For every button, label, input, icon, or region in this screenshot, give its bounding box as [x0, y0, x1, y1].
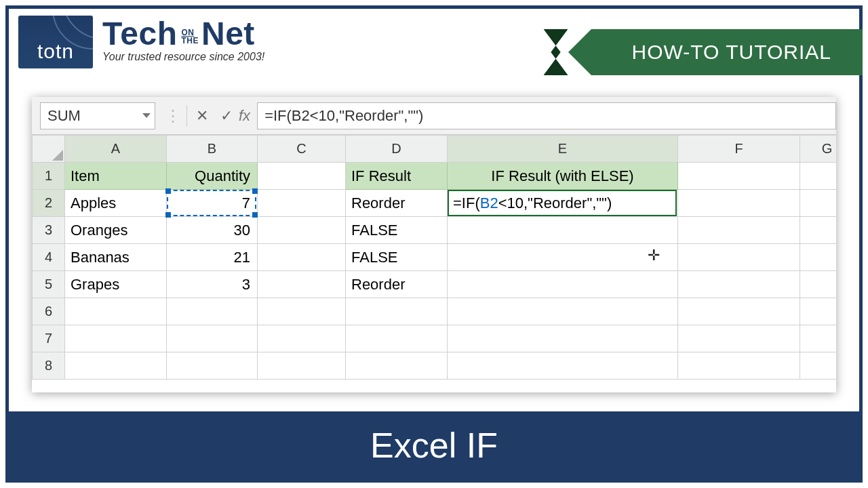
cell-F3[interactable] [678, 217, 800, 244]
cell-E1[interactable]: IF Result (with ELSE) [448, 163, 678, 190]
col-header-A[interactable]: A [65, 136, 167, 163]
formula-input[interactable]: =IF(B2<10,"Reorder","") [257, 102, 836, 129]
cell-D5[interactable]: Reorder [346, 271, 448, 298]
spreadsheet-grid[interactable]: A B C D E F G 1 Item Quantity [32, 135, 836, 392]
cell-A5[interactable]: Grapes [65, 271, 167, 298]
logo-abbr: totn [37, 40, 74, 63]
brand-block: Tech ON THE Net Your trusted resource si… [102, 18, 264, 63]
accept-icon[interactable]: ✓ [214, 107, 239, 125]
cell-D4[interactable]: FALSE [346, 244, 448, 271]
row-header-2[interactable]: 2 [33, 190, 65, 217]
formula-text: =IF(B2<10,"Reorder","") [264, 107, 423, 125]
separator-dots-icon: ⋮ [162, 106, 184, 125]
cell-E4[interactable] [448, 244, 678, 271]
col-header-B[interactable]: B [167, 136, 258, 163]
name-box[interactable]: SUM [40, 102, 155, 129]
row-header-7[interactable]: 7 [33, 325, 65, 352]
cell-G5[interactable] [800, 271, 837, 298]
cell-C4[interactable] [258, 244, 346, 271]
row-header-5[interactable]: 5 [33, 271, 65, 298]
cell-E2[interactable]: =IF(B2<10,"Reorder","") [448, 190, 678, 217]
footer-title: Excel IF [370, 425, 498, 466]
brand-tagline: Your trusted resource since 2003! [102, 51, 264, 63]
cell-B5[interactable]: 3 [167, 271, 258, 298]
cell-A3[interactable]: Oranges [65, 217, 167, 244]
cell-B4[interactable]: 21 [167, 244, 258, 271]
row-header-3[interactable]: 3 [33, 217, 65, 244]
cell-B1[interactable]: Quantity [167, 163, 258, 190]
cell-C5[interactable] [258, 271, 346, 298]
cell-A1[interactable]: Item [65, 163, 167, 190]
excel-window: SUM ⋮ ✕ ✓ fx =IF(B2<10,"Reorder","") [32, 97, 836, 392]
row-header-1[interactable]: 1 [33, 163, 65, 190]
cell-A4[interactable]: Bananas [65, 244, 167, 271]
cell-E3[interactable] [448, 217, 678, 244]
cell-D3[interactable]: FALSE [346, 217, 448, 244]
formula-bar: SUM ⋮ ✕ ✓ fx =IF(B2<10,"Reorder","") [32, 97, 836, 135]
col-header-G[interactable]: G [800, 136, 837, 163]
cell-G1[interactable] [800, 163, 837, 190]
cell-F2[interactable] [678, 190, 800, 217]
page-frame: totn Tech ON THE Net Your trusted resour… [5, 5, 863, 483]
col-header-C[interactable]: C [258, 136, 346, 163]
cell-G2[interactable] [800, 190, 837, 217]
footer-bar: Excel IF [9, 411, 859, 479]
chevron-down-icon[interactable] [142, 113, 151, 118]
select-all-corner[interactable] [33, 136, 65, 163]
cancel-icon[interactable]: ✕ [190, 107, 214, 125]
col-header-F[interactable]: F [678, 136, 800, 163]
cell-C1[interactable] [258, 163, 346, 190]
cell-B3[interactable]: 30 [167, 217, 258, 244]
cell-F4[interactable] [678, 244, 800, 271]
col-header-D[interactable]: D [346, 136, 448, 163]
brand-main: Tech ON THE Net [102, 18, 264, 49]
tutorial-ribbon: HOW-TO TUTORIAL [591, 29, 863, 75]
cell-D2[interactable]: Reorder [346, 190, 448, 217]
cell-G3[interactable] [800, 217, 837, 244]
cell-E5[interactable] [448, 271, 678, 298]
cell-F1[interactable] [678, 163, 800, 190]
row-header-6[interactable]: 6 [33, 298, 65, 325]
cell-C2[interactable] [258, 190, 346, 217]
row-header-4[interactable]: 4 [33, 244, 65, 271]
cell-A2[interactable]: Apples [65, 190, 167, 217]
cell-D1[interactable]: IF Result [346, 163, 448, 190]
totn-logo: totn [18, 16, 93, 68]
cell-F5[interactable] [678, 271, 800, 298]
cell-C3[interactable] [258, 217, 346, 244]
cell-G4[interactable] [800, 244, 837, 271]
name-box-value: SUM [47, 107, 81, 125]
cell-B2[interactable]: 7 [167, 190, 258, 217]
col-header-E[interactable]: E [448, 136, 678, 163]
row-header-8[interactable]: 8 [33, 352, 65, 380]
cell-E2-formula: =IF(B2<10,"Reorder","") [453, 195, 612, 211]
fx-label[interactable]: fx [239, 107, 257, 125]
